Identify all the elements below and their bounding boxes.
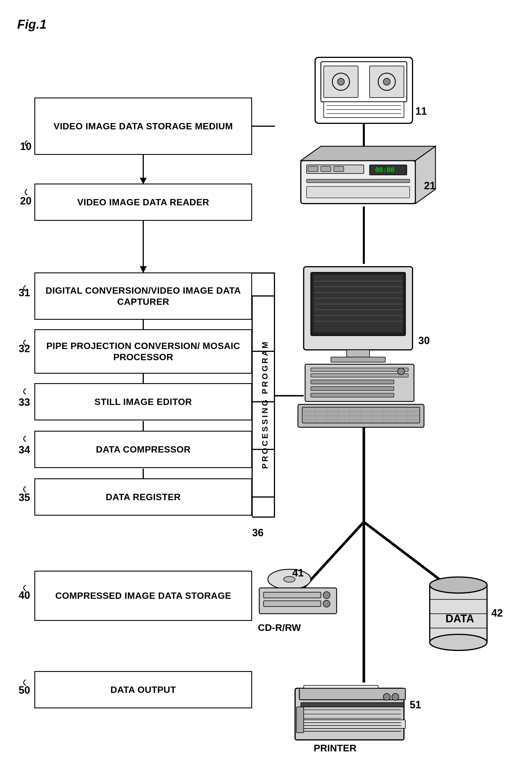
cdrw-text: CD-R/RW [258,622,301,633]
label-21: 21 [424,180,435,191]
svg-point-87 [392,694,399,700]
svg-rect-78 [295,688,404,740]
ref-33: 33 [19,396,30,408]
block-video-reader: VIDEO IMAGE DATA READER [34,183,252,221]
svg-point-70 [323,592,330,599]
processing-program-label-container: PROCESSING PROGRAM [258,344,272,465]
svg-rect-18 [334,166,344,171]
svg-rect-0 [315,57,413,123]
svg-marker-24 [415,146,435,204]
svg-rect-26 [304,267,413,350]
block-data-register: DATA REGISTER [34,478,252,516]
svg-rect-68 [264,592,321,598]
svg-rect-14 [301,160,415,204]
label-11: 11 [415,105,427,117]
svg-rect-46 [298,404,424,427]
block-data-compressor: DATA COMPRESSOR [34,431,252,468]
ref-40: 40 [19,589,30,602]
svg-rect-37 [347,350,370,357]
computer-icon [298,267,424,427]
svg-rect-79 [304,685,378,694]
ref-31: 31 [19,287,30,299]
block-compressed-storage: COMPRESSED IMAGE DATA STORAGE [34,571,252,621]
processing-program-label: PROCESSING PROGRAM [260,340,270,469]
cdrw-device-icon [259,569,337,614]
svg-point-65 [268,569,311,589]
svg-rect-8 [324,102,404,117]
ref-35: 35 [19,491,30,503]
svg-line-64 [364,522,447,585]
svg-point-4 [332,73,350,90]
svg-rect-45 [311,393,394,397]
svg-marker-100 [140,266,147,273]
svg-rect-72 [430,585,487,642]
ref-50: 50 [19,684,30,696]
svg-point-66 [284,577,295,582]
page-container: Fig.1 VIDEO IMAGE DATA STORAGE MEDIUM 10… [0,0,532,768]
svg-rect-86 [297,707,304,733]
svg-marker-98 [140,178,147,184]
block-still-image-editor: STILL IMAGE EDITOR [34,383,252,420]
svg-rect-22 [307,186,410,198]
svg-point-71 [323,600,330,607]
ref-20: 20 [20,195,32,207]
svg-point-74 [430,634,487,651]
svg-rect-16 [308,166,318,171]
label-30: 30 [418,335,430,346]
ref-32: 32 [19,343,30,355]
vhs-cassette-icon [315,57,413,123]
svg-rect-19 [370,165,407,175]
svg-rect-2 [324,66,358,97]
svg-line-62 [301,522,364,591]
svg-rect-28 [314,275,403,332]
svg-rect-85 [302,720,405,728]
vcr-device-icon: 00:00 [301,146,435,204]
ref-34: 34 [19,444,30,456]
data-text: DATA [445,613,474,625]
svg-rect-3 [370,66,404,97]
figure-label: Fig.1 [17,17,47,32]
svg-rect-38 [331,357,385,362]
block-digital-conversion: DIGITAL CONVERSION/VIDEO IMAGE DATA CAPT… [34,273,252,320]
svg-marker-23 [301,146,435,160]
svg-rect-69 [264,601,321,607]
printer-icon [295,685,405,740]
printer-text: PRINTER [314,742,356,753]
svg-point-73 [430,577,487,593]
block-data-output: DATA OUTPUT [34,671,252,708]
block-pipe-projection: PIPE PROJECTION CONVERSION/ MOSAIC PROCE… [34,329,252,374]
svg-rect-1 [321,62,407,102]
svg-rect-44 [311,387,394,391]
svg-rect-47 [302,407,420,423]
svg-point-88 [383,694,390,700]
svg-rect-67 [259,588,337,614]
svg-text:00:00: 00:00 [375,166,394,173]
block-video-storage: VIDEO IMAGE DATA STORAGE MEDIUM [34,97,252,155]
label-36: 36 [252,527,264,538]
svg-point-42 [398,368,405,375]
svg-rect-39 [305,364,414,401]
label-41: 41 [292,567,304,579]
svg-rect-83 [299,688,405,700]
svg-marker-13 [359,150,368,158]
svg-rect-17 [321,166,331,171]
svg-rect-40 [311,368,408,371]
svg-rect-15 [307,165,364,173]
svg-point-7 [383,78,390,85]
svg-rect-84 [301,703,404,707]
svg-rect-43 [311,380,394,384]
svg-point-5 [337,78,344,85]
svg-rect-41 [311,374,408,377]
label-42: 42 [491,607,503,619]
svg-rect-21 [307,179,410,183]
ref-10: 10 [20,140,32,152]
data-storage-icon [430,577,487,651]
label-51: 51 [410,699,421,711]
svg-rect-27 [311,273,405,336]
svg-point-6 [378,73,395,90]
